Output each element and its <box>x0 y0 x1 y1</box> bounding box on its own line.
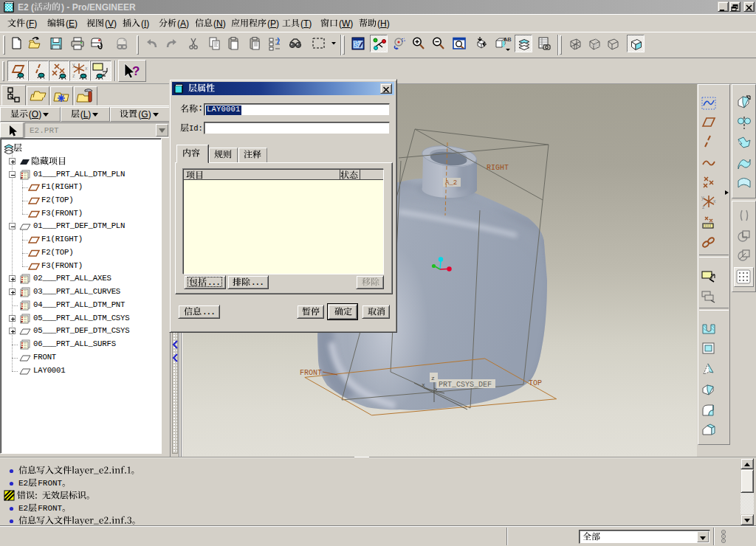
svg-text:x: x <box>713 198 716 204</box>
svg-text:AB: AB <box>504 36 512 43</box>
svg-text:TOP: TOP <box>529 379 542 387</box>
svg-text:z: z <box>702 204 705 210</box>
svg-text:z: z <box>431 375 435 381</box>
svg-text:x: x <box>422 381 425 388</box>
svg-text:x: x <box>85 66 88 71</box>
svg-text:FRONT: FRONT <box>300 369 322 377</box>
svg-text:z: z <box>72 73 75 78</box>
svg-text:RIGHT: RIGHT <box>487 164 509 172</box>
svg-text:y: y <box>701 195 704 201</box>
svg-text:?: ? <box>132 64 140 78</box>
svg-text:y: y <box>72 62 75 68</box>
svg-text:PRT_CSYS_DEF: PRT_CSYS_DEF <box>439 381 492 389</box>
svg-text:A_2: A_2 <box>445 179 457 187</box>
